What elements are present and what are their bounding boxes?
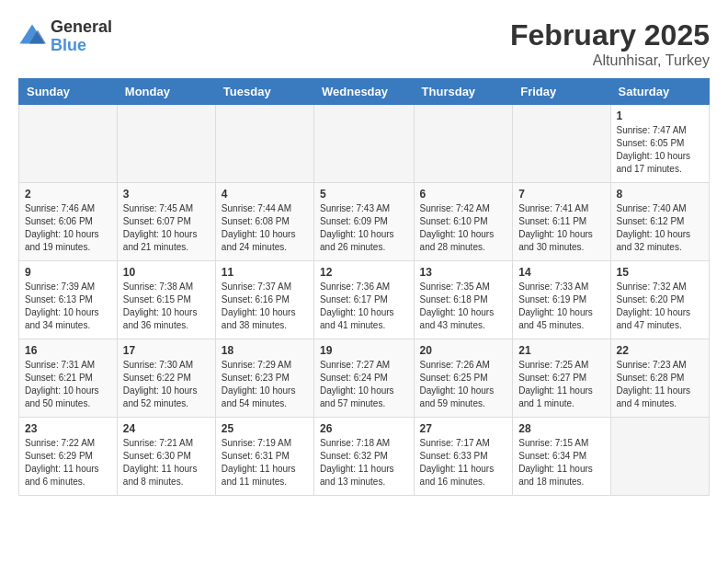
calendar-cell: 23Sunrise: 7:22 AM Sunset: 6:29 PM Dayli… <box>19 418 118 496</box>
day-number: 14 <box>518 266 604 279</box>
calendar-week-row: 1Sunrise: 7:47 AM Sunset: 6:05 PM Daylig… <box>19 105 710 183</box>
day-number: 3 <box>123 188 210 201</box>
calendar-cell: 26Sunrise: 7:18 AM Sunset: 6:32 PM Dayli… <box>314 418 415 496</box>
day-info: Sunrise: 7:43 AM Sunset: 6:09 PM Dayligh… <box>320 202 408 254</box>
day-number: 18 <box>222 344 308 357</box>
month-title: February 2025 <box>510 18 710 52</box>
calendar-cell: 20Sunrise: 7:26 AM Sunset: 6:25 PM Dayli… <box>414 339 513 418</box>
calendar-cell: 28Sunrise: 7:15 AM Sunset: 6:34 PM Dayli… <box>513 418 610 496</box>
calendar-header-wednesday: Wednesday <box>314 79 415 105</box>
day-number: 1 <box>617 109 703 122</box>
logo-icon <box>18 23 46 51</box>
day-info: Sunrise: 7:46 AM Sunset: 6:06 PM Dayligh… <box>25 202 111 254</box>
logo-blue: Blue <box>51 37 112 55</box>
day-number: 8 <box>617 188 703 201</box>
day-number: 10 <box>123 266 210 279</box>
calendar: SundayMondayTuesdayWednesdayThursdayFrid… <box>18 78 710 496</box>
calendar-cell: 27Sunrise: 7:17 AM Sunset: 6:33 PM Dayli… <box>414 418 513 496</box>
day-number: 26 <box>320 422 408 435</box>
day-info: Sunrise: 7:22 AM Sunset: 6:29 PM Dayligh… <box>25 437 111 488</box>
day-info: Sunrise: 7:29 AM Sunset: 6:23 PM Dayligh… <box>222 359 308 410</box>
day-info: Sunrise: 7:38 AM Sunset: 6:15 PM Dayligh… <box>123 281 210 332</box>
calendar-header-sunday: Sunday <box>19 79 118 105</box>
calendar-cell: 15Sunrise: 7:32 AM Sunset: 6:20 PM Dayli… <box>610 261 709 339</box>
day-number: 15 <box>617 266 703 279</box>
calendar-header-tuesday: Tuesday <box>215 79 313 105</box>
day-info: Sunrise: 7:33 AM Sunset: 6:19 PM Dayligh… <box>518 281 604 332</box>
calendar-cell <box>19 105 118 183</box>
day-number: 11 <box>222 266 308 279</box>
calendar-header-thursday: Thursday <box>414 79 513 105</box>
calendar-cell: 8Sunrise: 7:40 AM Sunset: 6:12 PM Daylig… <box>610 183 709 261</box>
title-section: February 2025 Altunhisar, Turkey <box>510 18 710 69</box>
day-info: Sunrise: 7:36 AM Sunset: 6:17 PM Dayligh… <box>320 281 408 332</box>
day-number: 23 <box>25 422 111 435</box>
calendar-header-monday: Monday <box>117 79 215 105</box>
page-header: General Blue February 2025 Altunhisar, T… <box>18 18 710 69</box>
day-number: 13 <box>420 266 507 279</box>
calendar-header-saturday: Saturday <box>610 79 709 105</box>
day-number: 17 <box>123 344 210 357</box>
day-info: Sunrise: 7:37 AM Sunset: 6:16 PM Dayligh… <box>222 281 308 332</box>
day-number: 28 <box>518 422 604 435</box>
calendar-cell: 10Sunrise: 7:38 AM Sunset: 6:15 PM Dayli… <box>117 261 215 339</box>
calendar-cell <box>414 105 513 183</box>
calendar-cell: 14Sunrise: 7:33 AM Sunset: 6:19 PM Dayli… <box>513 261 610 339</box>
logo-text: General Blue <box>51 18 112 55</box>
calendar-cell: 16Sunrise: 7:31 AM Sunset: 6:21 PM Dayli… <box>19 339 118 418</box>
calendar-week-row: 16Sunrise: 7:31 AM Sunset: 6:21 PM Dayli… <box>19 339 710 418</box>
calendar-cell: 2Sunrise: 7:46 AM Sunset: 6:06 PM Daylig… <box>19 183 118 261</box>
calendar-cell: 4Sunrise: 7:44 AM Sunset: 6:08 PM Daylig… <box>215 183 313 261</box>
day-info: Sunrise: 7:42 AM Sunset: 6:10 PM Dayligh… <box>420 202 507 254</box>
calendar-cell: 5Sunrise: 7:43 AM Sunset: 6:09 PM Daylig… <box>314 183 415 261</box>
calendar-cell: 1Sunrise: 7:47 AM Sunset: 6:05 PM Daylig… <box>610 105 709 183</box>
calendar-cell: 11Sunrise: 7:37 AM Sunset: 6:16 PM Dayli… <box>215 261 313 339</box>
calendar-cell: 12Sunrise: 7:36 AM Sunset: 6:17 PM Dayli… <box>314 261 415 339</box>
logo-general: General <box>51 18 112 37</box>
calendar-cell: 22Sunrise: 7:23 AM Sunset: 6:28 PM Dayli… <box>610 339 709 418</box>
day-info: Sunrise: 7:25 AM Sunset: 6:27 PM Dayligh… <box>518 359 604 410</box>
day-number: 6 <box>420 188 507 201</box>
calendar-cell: 24Sunrise: 7:21 AM Sunset: 6:30 PM Dayli… <box>117 418 215 496</box>
day-info: Sunrise: 7:26 AM Sunset: 6:25 PM Dayligh… <box>420 359 507 410</box>
day-number: 27 <box>420 422 507 435</box>
day-number: 21 <box>518 344 604 357</box>
day-info: Sunrise: 7:40 AM Sunset: 6:12 PM Dayligh… <box>617 202 703 254</box>
calendar-header-row: SundayMondayTuesdayWednesdayThursdayFrid… <box>19 79 710 105</box>
day-number: 16 <box>25 344 111 357</box>
logo: General Blue <box>18 18 112 55</box>
day-info: Sunrise: 7:44 AM Sunset: 6:08 PM Dayligh… <box>222 202 308 254</box>
day-number: 2 <box>25 188 111 201</box>
day-number: 7 <box>518 188 604 201</box>
day-info: Sunrise: 7:35 AM Sunset: 6:18 PM Dayligh… <box>420 281 507 332</box>
day-number: 9 <box>25 266 111 279</box>
calendar-cell: 18Sunrise: 7:29 AM Sunset: 6:23 PM Dayli… <box>215 339 313 418</box>
day-number: 4 <box>222 188 308 201</box>
day-number: 24 <box>123 422 210 435</box>
day-number: 19 <box>320 344 408 357</box>
location: Altunhisar, Turkey <box>510 52 710 69</box>
calendar-cell: 13Sunrise: 7:35 AM Sunset: 6:18 PM Dayli… <box>414 261 513 339</box>
calendar-cell <box>610 418 709 496</box>
calendar-header-friday: Friday <box>513 79 610 105</box>
calendar-cell <box>117 105 215 183</box>
calendar-week-row: 2Sunrise: 7:46 AM Sunset: 6:06 PM Daylig… <box>19 183 710 261</box>
day-info: Sunrise: 7:23 AM Sunset: 6:28 PM Dayligh… <box>617 359 703 410</box>
day-number: 22 <box>617 344 703 357</box>
day-info: Sunrise: 7:41 AM Sunset: 6:11 PM Dayligh… <box>518 202 604 254</box>
calendar-cell <box>215 105 313 183</box>
calendar-week-row: 23Sunrise: 7:22 AM Sunset: 6:29 PM Dayli… <box>19 418 710 496</box>
calendar-cell: 19Sunrise: 7:27 AM Sunset: 6:24 PM Dayli… <box>314 339 415 418</box>
day-info: Sunrise: 7:15 AM Sunset: 6:34 PM Dayligh… <box>518 437 604 488</box>
day-number: 5 <box>320 188 408 201</box>
day-info: Sunrise: 7:17 AM Sunset: 6:33 PM Dayligh… <box>420 437 507 488</box>
day-info: Sunrise: 7:21 AM Sunset: 6:30 PM Dayligh… <box>123 437 210 488</box>
calendar-cell: 21Sunrise: 7:25 AM Sunset: 6:27 PM Dayli… <box>513 339 610 418</box>
calendar-cell: 9Sunrise: 7:39 AM Sunset: 6:13 PM Daylig… <box>19 261 118 339</box>
calendar-cell: 7Sunrise: 7:41 AM Sunset: 6:11 PM Daylig… <box>513 183 610 261</box>
day-info: Sunrise: 7:30 AM Sunset: 6:22 PM Dayligh… <box>123 359 210 410</box>
day-number: 12 <box>320 266 408 279</box>
calendar-cell <box>314 105 415 183</box>
calendar-cell: 6Sunrise: 7:42 AM Sunset: 6:10 PM Daylig… <box>414 183 513 261</box>
day-number: 25 <box>222 422 308 435</box>
